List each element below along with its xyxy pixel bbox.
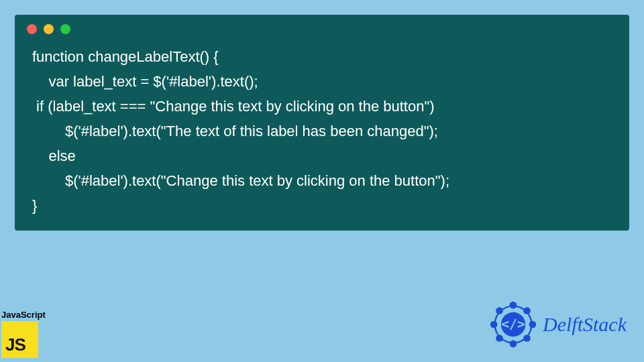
window-close-dot — [27, 24, 37, 34]
svg-point-4 — [490, 321, 498, 328]
js-icon: JS — [1, 321, 38, 358]
svg-point-8 — [496, 335, 503, 342]
window-maximize-dot — [60, 24, 70, 34]
svg-point-9 — [523, 335, 531, 342]
delftstack-brand: DelftStack — [543, 313, 627, 336]
svg-point-6 — [496, 307, 503, 314]
delftstack-icon: </> — [488, 299, 539, 350]
code-window: function changeLabelText() { var label_t… — [15, 15, 629, 231]
window-minimize-dot — [44, 24, 54, 34]
svg-text:</>: </> — [501, 316, 525, 332]
window-controls — [15, 15, 629, 41]
js-icon-text: JS — [5, 335, 25, 355]
delftstack-badge: </> DelftStack — [488, 299, 627, 350]
svg-point-3 — [510, 341, 517, 348]
javascript-badge: JavaScript JS — [1, 310, 48, 358]
svg-point-5 — [529, 321, 537, 328]
code-block: function changeLabelText() { var label_t… — [15, 41, 629, 219]
svg-point-2 — [510, 302, 517, 309]
javascript-label: JavaScript — [1, 310, 48, 320]
svg-point-7 — [523, 307, 531, 314]
